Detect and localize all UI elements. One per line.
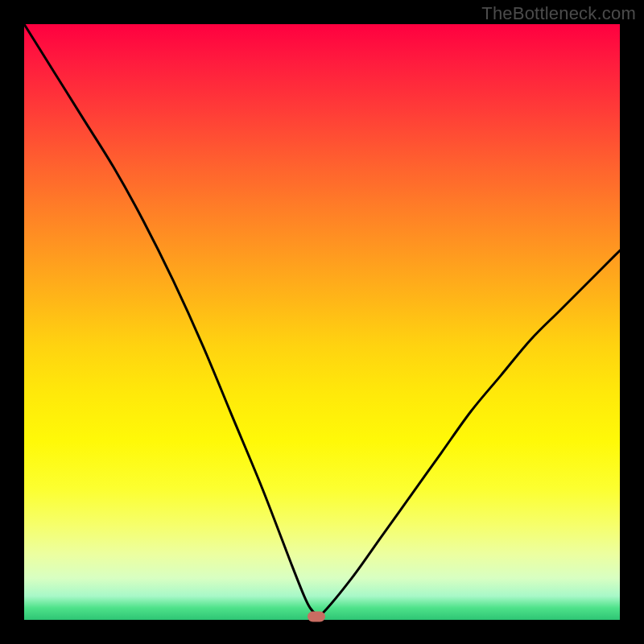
watermark-text: TheBottleneck.com xyxy=(481,3,636,24)
plot-area xyxy=(24,24,620,620)
chart-frame: TheBottleneck.com xyxy=(0,0,644,644)
bottleneck-curve xyxy=(24,24,620,620)
minimum-marker xyxy=(308,611,325,621)
